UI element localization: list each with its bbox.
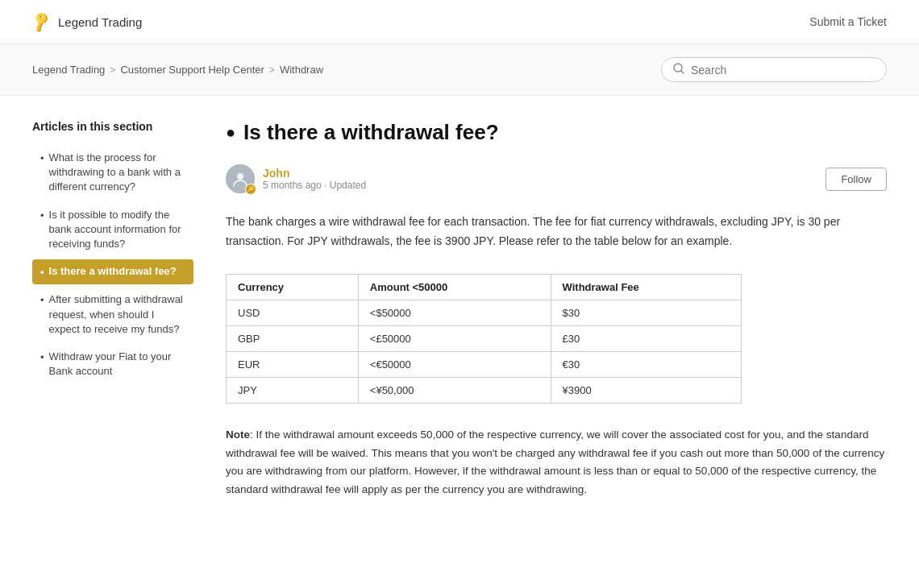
table-row: USD<$50000$30 xyxy=(227,300,742,325)
table-cell-2-0: EUR xyxy=(227,351,359,377)
table-cell-2-1: <€50000 xyxy=(358,351,551,377)
author-details: John 5 months ago · Updated xyxy=(263,167,366,191)
table-cell-0-2: $30 xyxy=(551,300,741,325)
sidebar-item-label-4: Withdraw your Fiat to your Bank account xyxy=(49,350,185,379)
bullet-icon-2: • xyxy=(40,265,44,280)
note-section: Note: If the withdrawal amount exceeds 5… xyxy=(226,426,887,500)
author-info: 🔑 John 5 months ago · Updated xyxy=(226,164,366,193)
breadcrumb-help-center[interactable]: Customer Support Help Center xyxy=(120,64,264,76)
bullet-icon-0: • xyxy=(40,151,44,166)
fee-table: Currency Amount <50000 Withdrawal Fee US… xyxy=(226,274,742,404)
sidebar-item-0[interactable]: • What is the process for withdrawing to… xyxy=(32,146,193,200)
breadcrumb: Legend Trading > Customer Support Help C… xyxy=(32,64,323,76)
header: 🔑 Legend Trading Submit a Ticket xyxy=(0,0,919,44)
table-cell-1-1: <£50000 xyxy=(358,325,551,351)
table-row: JPY<¥50,000¥3900 xyxy=(227,377,742,403)
bullet-icon-3: • xyxy=(40,293,44,308)
breadcrumb-current: Withdraw xyxy=(280,64,323,76)
table-cell-0-0: USD xyxy=(227,300,359,325)
author-meta: 5 months ago · Updated xyxy=(263,180,366,191)
breadcrumb-bar: Legend Trading > Customer Support Help C… xyxy=(0,44,919,96)
avatar: 🔑 xyxy=(226,164,255,193)
breadcrumb-sep-1: > xyxy=(110,64,115,76)
follow-button[interactable]: Follow xyxy=(825,168,887,191)
table-cell-3-2: ¥3900 xyxy=(551,377,741,403)
table-cell-3-1: <¥50,000 xyxy=(358,377,551,403)
search-box[interactable] xyxy=(661,57,887,82)
main-layout: Articles in this section • What is the p… xyxy=(0,96,919,524)
author-row: 🔑 John 5 months ago · Updated Follow xyxy=(226,164,887,193)
table-cell-1-2: £30 xyxy=(551,325,741,351)
submit-ticket-link[interactable]: Submit a Ticket xyxy=(809,15,887,28)
author-name: John xyxy=(263,167,366,180)
sidebar-item-label-0: What is the process for withdrawing to a… xyxy=(49,151,185,195)
table-header-amount: Amount <50000 xyxy=(358,274,551,300)
table-cell-1-0: GBP xyxy=(227,325,359,351)
breadcrumb-legend-trading[interactable]: Legend Trading xyxy=(32,64,105,76)
sidebar-item-label-1: Is it possible to modify the bank accoun… xyxy=(49,208,185,252)
sidebar: Articles in this section • What is the p… xyxy=(32,120,193,499)
article-content: ● Is there a withdrawal fee? 🔑 John 5 mo xyxy=(226,120,887,499)
note-label: Note xyxy=(226,429,250,441)
article-body: The bank charges a wire withdrawal fee f… xyxy=(226,213,887,251)
logo-text: Legend Trading xyxy=(58,15,142,29)
avatar-badge: 🔑 xyxy=(245,184,256,195)
table-row: EUR<€50000€30 xyxy=(227,351,742,377)
article-title-text: Is there a withdrawal fee? xyxy=(243,120,498,145)
bullet-icon-1: • xyxy=(40,209,44,223)
svg-point-2 xyxy=(237,173,243,180)
key-icon: 🔑 xyxy=(29,10,53,34)
sidebar-item-1[interactable]: • Is it possible to modify the bank acco… xyxy=(32,203,193,257)
table-header-currency: Currency xyxy=(227,274,359,300)
bullet-icon-4: • xyxy=(40,350,44,365)
sidebar-title: Articles in this section xyxy=(32,120,193,133)
search-input[interactable] xyxy=(691,64,875,77)
table-cell-2-2: €30 xyxy=(551,351,741,377)
logo: 🔑 Legend Trading xyxy=(32,13,142,31)
table-row: GBP<£50000£30 xyxy=(227,325,742,351)
sidebar-item-3[interactable]: • After submitting a withdrawal request,… xyxy=(32,288,193,342)
sidebar-item-label-2: Is there a withdrawal fee? xyxy=(49,264,177,279)
note-text: : If the withdrawal amount exceeds 50,00… xyxy=(226,429,884,496)
table-cell-3-0: JPY xyxy=(227,377,359,403)
search-icon xyxy=(673,63,684,77)
svg-line-1 xyxy=(681,71,684,73)
sidebar-item-4[interactable]: • Withdraw your Fiat to your Bank accoun… xyxy=(32,345,193,383)
breadcrumb-sep-2: > xyxy=(269,64,275,76)
table-header-fee: Withdrawal Fee xyxy=(551,274,741,300)
sidebar-item-label-3: After submitting a withdrawal request, w… xyxy=(49,292,185,337)
table-cell-0-1: <$50000 xyxy=(358,300,551,325)
title-bullet: ● xyxy=(226,123,235,142)
article-title: ● Is there a withdrawal fee? xyxy=(226,120,887,145)
sidebar-item-2[interactable]: • Is there a withdrawal fee? xyxy=(32,259,193,284)
